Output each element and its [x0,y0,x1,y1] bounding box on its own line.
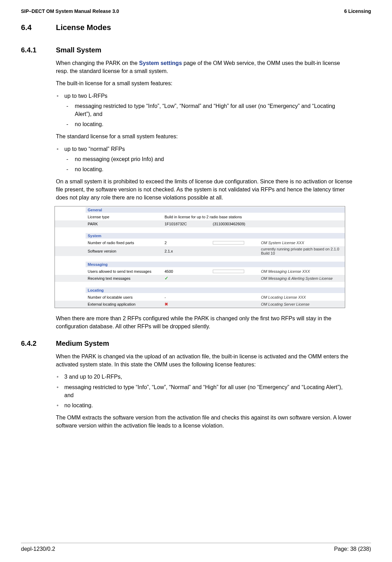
label-locatable-users: Number of locatable users [86,294,162,300]
progress-bar [211,240,259,245]
sublist: messaging restricted to type “Info”, “Lo… [64,102,353,129]
list-item: messaging restricted to type “Info”, “Lo… [56,383,353,399]
label-users-send: Users allowed to send text messages [86,269,162,274]
paragraph: On a small system it is prohibited to ex… [56,177,353,202]
list-item: up to two L-RFPs messaging restricted to… [56,92,353,129]
group-messaging: Messaging [86,262,345,267]
paragraph: The built-in license for a small system … [56,79,353,87]
paragraph: The standard license for a small system … [56,132,353,140]
value-users-send: 4500 [162,269,211,274]
note-system-license: OM System License XXX [259,240,345,246]
sublist: no messaging (except prio Info) and no l… [64,155,353,173]
header-right: 6 Licensing [344,8,371,14]
label-license-type: License type [86,214,162,220]
footer-right: Page: 38 (238) [334,546,371,552]
footer-left: depl-1230/0.2 [21,546,55,552]
list-item: messaging restricted to type “Info”, “Lo… [64,102,353,118]
value-rfp-count: 2 [162,240,211,246]
note-software-version: currently running private patch based on… [259,246,345,256]
section-6-4-2: 6.4.2 Medium System [21,340,371,348]
header-left: SIP–DECT OM System Manual Release 3.0 [21,8,119,14]
body-6-4-1: When changing the PARK on the System set… [56,59,353,330]
label-receiving: Receiving text messages [86,276,162,281]
list: up to two L-RFPs messaging restricted to… [56,92,353,129]
list-item: no locating. [64,165,353,173]
value-software-version: 2.1.x [162,248,211,254]
paragraph: The OMM extracts the software version fr… [56,414,353,430]
list: up to two “normal” RFPs no messaging (ex… [56,145,353,174]
section-number: 6.4.1 [21,46,56,54]
cross-icon: ✖ [165,302,168,307]
section-6-4-1: 6.4.1 Small System [21,46,371,54]
list-item: no locating. [64,120,353,128]
progress-bar [211,269,259,274]
note-locating-license: OM Locating License XXX [259,294,345,300]
section-title: Small System [56,46,101,54]
list-item: no messaging (except prio Info) and [64,155,353,163]
paragraph: When there are more than 2 RFPs configur… [56,314,353,330]
value-park-dec: (31100303462609) [211,221,259,227]
note-locating-server: OM Locating Server License [259,301,345,307]
list-item: 3 and up to 20 L-RFPs, [56,373,353,381]
section-number: 6.4.2 [21,340,56,348]
check-icon: ✓ [165,276,168,281]
group-system: System [86,233,345,239]
value-locatable-users: - [162,294,211,300]
group-general: General [86,207,345,213]
value-license-type: Build in license for up to 2 radio base … [162,214,345,220]
page-footer: depl-1230/0.2 Page: 38 (238) [21,543,371,552]
note-alerting-license: OM Messaging & Alerting System License [259,276,345,281]
section-number: 6.4 [21,23,56,32]
label-rfp-count: Number of radio fixed parts [86,240,162,246]
paragraph: When the PARK is changed via the upload … [56,352,353,368]
note-messaging-license: OM Messaging License XXX [259,269,345,274]
section-title: License Modes [56,23,111,32]
group-locating: Locating [86,287,345,293]
value-park: 1F1018732C [162,221,211,227]
label-external-locating: External locating application [86,301,162,307]
license-table: General License typeBuild in license for… [55,206,345,308]
section-title: Medium System [56,340,109,348]
section-6-4: 6.4 License Modes [21,23,371,32]
label-software-version: Software version [86,248,162,254]
body-6-4-2: When the PARK is changed via the upload … [56,352,353,430]
label-park: PARK [86,221,162,227]
list-item: no locating. [56,401,353,409]
page-header: SIP–DECT OM System Manual Release 3.0 6 … [21,8,371,14]
list: 3 and up to 20 L-RFPs, messaging restric… [56,373,353,409]
system-settings-link[interactable]: System settings [139,60,182,66]
paragraph: When changing the PARK on the System set… [56,59,353,75]
list-item: up to two “normal” RFPs no messaging (ex… [56,145,353,174]
